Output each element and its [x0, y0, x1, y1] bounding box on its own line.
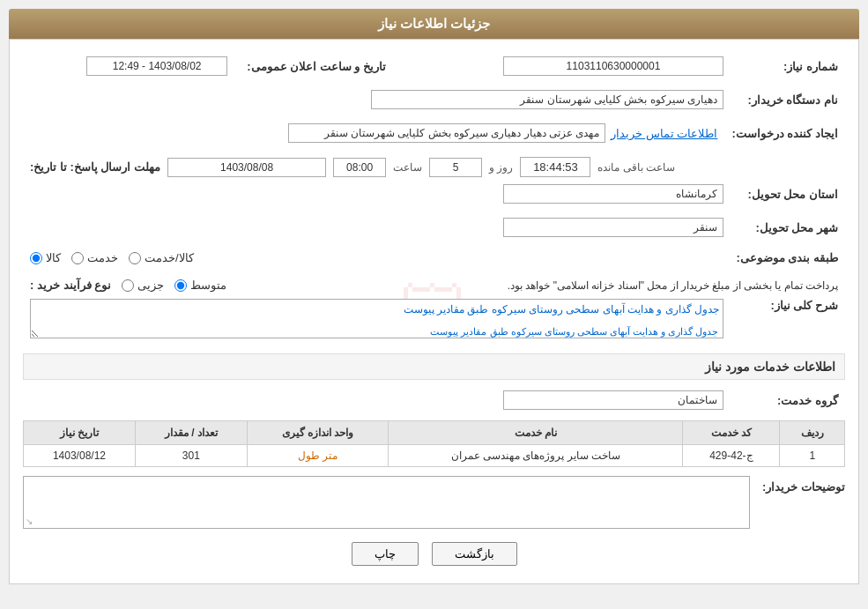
timer-value: 18:44:53 [520, 157, 590, 177]
cell-quantity: 301 [135, 445, 247, 467]
service-group-label: گروه خدمت: [731, 387, 845, 413]
process-option-2[interactable]: متوسط [174, 279, 226, 292]
buyer-desc-box[interactable]: ↘ [23, 476, 750, 529]
process-option-1-label: جزیی [137, 279, 164, 292]
announcement-label: تاریخ و ساعت اعلان عمومی: [234, 53, 393, 79]
response-time-label: ساعت [393, 161, 422, 174]
response-time-value: 08:00 [333, 158, 386, 177]
province-label: استان محل تحویل: [731, 181, 845, 207]
category-option-1-label: کالا [46, 251, 61, 264]
need-number-label: شماره نیاز: [731, 53, 845, 79]
process-option-2-label: متوسط [190, 279, 226, 292]
buyer-desc-label: توضیحات خریدار: [757, 476, 845, 494]
days-value: 5 [429, 158, 482, 177]
col-unit: واحد اندازه گیری [247, 421, 389, 445]
response-deadline-label: مهلت ارسال پاسخ: تا تاریخ: [30, 160, 160, 174]
cell-date: 1403/08/12 [24, 445, 136, 467]
general-desc-label: شرح کلی نیاز: [731, 295, 845, 345]
need-number-value: 1103110630000001 [503, 56, 723, 76]
buyer-name-value: دهیاری سیرکوه بخش کلیایی شهرستان سنقر [371, 90, 723, 109]
city-value: سنقر [503, 218, 723, 237]
page-header: جزئیات اطلاعات نیاز [9, 9, 859, 39]
province-value: کرمانشاه [503, 184, 723, 204]
col-service-code: کد خدمت [683, 421, 780, 445]
print-button[interactable]: چاپ [352, 542, 419, 566]
announcement-value: 1403/08/02 - 12:49 [86, 56, 227, 76]
days-label: روز و [489, 161, 513, 174]
cell-service-code: ج-42-429 [683, 445, 780, 467]
back-button[interactable]: بازگشت [432, 542, 517, 566]
resize-handle: ↘ [26, 516, 33, 526]
process-description: پرداخت تمام یا بخشی از مبلغ خریدار از مح… [237, 279, 838, 292]
col-service-name: نام خدمت [389, 421, 683, 445]
buyer-name-label: نام دستگاه خریدار: [731, 86, 845, 113]
services-table: ردیف کد خدمت نام خدمت واحد اندازه گیری ت… [23, 420, 845, 467]
category-option-3-label: کالا/خدمت [145, 251, 194, 264]
response-date-value: 1403/08/08 [167, 158, 326, 177]
cell-unit: متر طول [247, 445, 389, 467]
city-label: شهر محل تحویل: [731, 214, 845, 241]
category-label: طبقه بندی موضوعی: [729, 248, 845, 268]
services-section-title: اطلاعات خدمات مورد نیاز [23, 353, 845, 380]
requester-contact-link[interactable]: اطلاعات تماس خریدار [611, 127, 717, 140]
col-row-num: ردیف [780, 421, 845, 445]
general-desc-text: جدول گذاری و هدایت آبهای سطحی روستای سیر… [430, 326, 718, 338]
table-row: 1 ج-42-429 ساخت سایر پروژه‌های مهندسی عم… [24, 445, 845, 467]
requester-value: مهدی عزتی دهیار دهیاری سیرکوه بخش کلیایی… [288, 123, 605, 143]
process-label: نوع فرآیند خرید : [30, 279, 111, 292]
category-option-3[interactable]: کالا/خدمت [129, 251, 194, 264]
remaining-label: ساعت باقی مانده [597, 161, 675, 174]
category-option-2-label: خدمت [87, 251, 118, 264]
requester-label: ایجاد کننده درخواست: [724, 120, 845, 146]
col-date: تاریخ نیاز [24, 421, 136, 445]
category-option-1[interactable]: کالا [30, 251, 61, 264]
category-option-2[interactable]: خدمت [71, 251, 118, 264]
cell-row-num: 1 [780, 445, 845, 467]
service-group-value: ساختمان [503, 390, 723, 410]
process-option-1[interactable]: جزیی [122, 279, 164, 292]
col-quantity: تعداد / مقدار [135, 421, 247, 445]
page-title: جزئیات اطلاعات نیاز [378, 16, 490, 31]
cell-service-name: ساخت سایر پروژه‌های مهندسی عمران [389, 445, 683, 467]
